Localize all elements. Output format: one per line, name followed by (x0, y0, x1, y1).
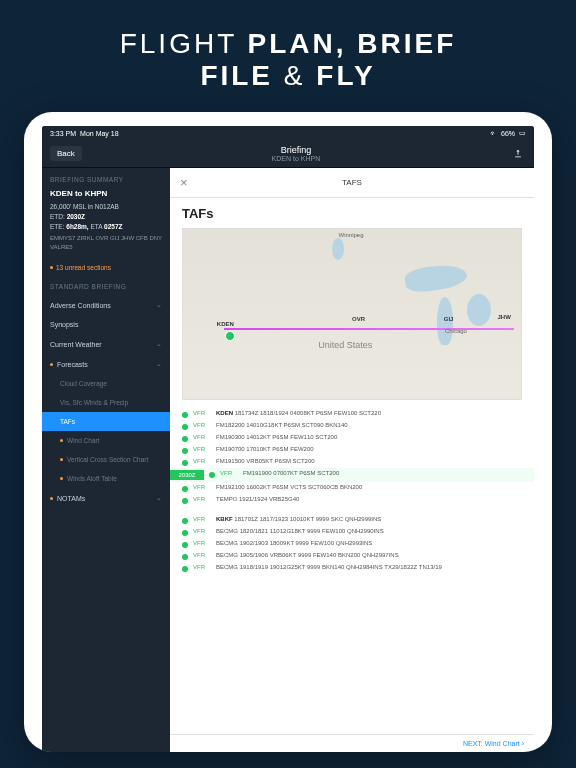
briefing-summary: KDEN to KHPN 26,000' MSL in N012AB ETD: … (42, 188, 170, 260)
battery-icon: ▭ (519, 129, 526, 137)
taf-status: VFR (193, 458, 211, 464)
status-date: Mon May 18 (80, 130, 119, 137)
taf-row[interactable]: VFRBECMG 1918/1919 19012G25KT 9999 BKN14… (182, 562, 522, 574)
status-dot (182, 498, 188, 504)
chevron-down-icon: ⌄ (156, 360, 162, 368)
taf-row[interactable]: VFRFM191500 VRB05KT P6SM SCT200 (182, 456, 522, 468)
taf-text: BECMG 1918/1919 19012G25KT 9999 BKN140 Q… (216, 564, 442, 572)
taf-status: VFR (193, 496, 211, 502)
waypoint-jhw[interactable]: JHW (498, 314, 511, 320)
nav-title: Briefing KDEN to KHPN (82, 145, 510, 162)
taf-row[interactable]: VFRFM182200 14010G18KT P6SM SCT090 BKN14… (182, 420, 522, 432)
taf-text: FM190300 14012KT P6SM FEW110 SCT200 (216, 434, 337, 442)
sidebar-item-synopsis[interactable]: Synopsis (42, 315, 170, 334)
status-dot (182, 542, 188, 548)
waypoint-ovr[interactable]: OVR (352, 316, 365, 322)
status-dot (182, 424, 188, 430)
status-bar: 3:33 PM Mon May 18 ᯤ 66% ▭ (42, 126, 534, 140)
taf-row[interactable]: VFRKDEN 181734Z 1818/1924 04008KT P6SM F… (182, 408, 522, 420)
taf-status: VFR (220, 470, 238, 476)
screen: 3:33 PM Mon May 18 ᯤ 66% ▭ Back Briefing… (42, 126, 534, 752)
status-dot (182, 530, 188, 536)
taf-row[interactable]: VFRFM192100 16002KT P6SM VCTS SCT060CB B… (182, 482, 522, 494)
hero-headline: FLIGHT PLAN, BRIEF FILE & FLY (0, 0, 576, 112)
waypoint-kden[interactable]: KDEN (217, 321, 234, 327)
ipad-frame: 3:33 PM Mon May 18 ᯤ 66% ▭ Back Briefing… (24, 112, 552, 752)
taf-text: FM191500 VRB05KT P6SM SCT200 (216, 458, 315, 466)
chevron-down-icon: ⌄ (156, 301, 162, 309)
taf-status: VFR (193, 446, 211, 452)
status-dot (182, 412, 188, 418)
taf-text: BECMG 1820/1821 11012G18KT 9999 FEW100 Q… (216, 528, 384, 536)
close-button[interactable]: × (180, 175, 188, 190)
status-dot (182, 554, 188, 560)
wifi-icon: ᯤ (490, 130, 497, 137)
nav-bar: Back Briefing KDEN to KHPN (42, 140, 534, 168)
taf-row[interactable]: VFRBECMG 1820/1821 11012G18KT 9999 FEW10… (182, 526, 522, 538)
taf-status: VFR (193, 552, 211, 558)
taf-status: VFR (193, 422, 211, 428)
taf-status: VFR (193, 540, 211, 546)
status-dot (182, 486, 188, 492)
taf-text: FM192100 16002KT P6SM VCTS SCT060CB BKN2… (216, 484, 362, 492)
sidebar-item-tafs[interactable]: TAFs (42, 412, 170, 431)
sidebar-item-wind-chart[interactable]: Wind Chart (42, 431, 170, 450)
taf-row[interactable]: VFRTEMPO 1921/1924 VRB25G40 (182, 494, 522, 506)
taf-text: KBKF 181701Z 1817/1923 10010KT 9999 SKC … (216, 516, 381, 524)
taf-status: VFR (193, 528, 211, 534)
taf-status: VFR (193, 434, 211, 440)
taf-row[interactable]: VFRFM190300 14012KT P6SM FEW110 SCT200 (182, 432, 522, 444)
taf-row[interactable]: 2030ZVFRFM191900 07007KT P6SM SCT200 (170, 468, 534, 482)
sidebar-item-adverse-conditions[interactable]: Adverse Conditions⌄ (42, 295, 170, 315)
taf-row[interactable]: VFRKBKF 181701Z 1817/1923 10010KT 9999 S… (182, 514, 522, 526)
chevron-down-icon: ⌄ (156, 340, 162, 348)
route-line (224, 328, 515, 330)
back-button[interactable]: Back (50, 146, 82, 161)
sidebar-item-vis-sfc-winds-precip[interactable]: Vis, Sfc Winds & Precip (42, 393, 170, 412)
panel-content[interactable]: TAFs Winnipeg KDEN OVR GIJ JHW Chicago U… (170, 198, 534, 734)
taf-status: VFR (193, 564, 211, 570)
status-dot (182, 448, 188, 454)
summary-header: BRIEFING SUMMARY (42, 168, 170, 188)
standard-briefing-header: STANDARD BRIEFING (42, 275, 170, 295)
sidebar: BRIEFING SUMMARY KDEN to KHPN 26,000' MS… (42, 168, 170, 752)
panel-header: × TAFS (170, 168, 534, 198)
route-map[interactable]: Winnipeg KDEN OVR GIJ JHW Chicago United… (182, 228, 522, 400)
taf-row[interactable]: VFRBECMG 1905/1906 VRB06KT 9999 FEW140 B… (182, 550, 522, 562)
panel-title: TAFS (342, 178, 362, 187)
taf-text: FM182200 14010G18KT P6SM SCT090 BKN140 (216, 422, 348, 430)
taf-text: FM191900 07007KT P6SM SCT200 (243, 470, 339, 478)
unread-indicator[interactable]: 13 unread sections (42, 260, 170, 275)
taf-list: VFRKDEN 181734Z 1818/1924 04008KT P6SM F… (182, 408, 522, 574)
taf-text: BECMG 1902/1903 18009KT 9999 FEW100 QNH2… (216, 540, 372, 548)
sidebar-item-forecasts[interactable]: Forecasts⌄ (42, 354, 170, 374)
taf-time-badge: 2030Z (170, 470, 204, 480)
taf-text: BECMG 1905/1906 VRB06KT 9999 FEW140 BKN2… (216, 552, 399, 560)
sidebar-item-cloud-coverage[interactable]: Cloud Coverage (42, 374, 170, 393)
sidebar-item-vertical-cross-section-chart[interactable]: Vertical Cross Section Chart (42, 450, 170, 469)
status-dot (182, 518, 188, 524)
waypoint-gij[interactable]: GIJ (444, 316, 454, 322)
status-dot (182, 436, 188, 442)
taf-text: KDEN 181734Z 1818/1924 04008KT P6SM FEW1… (216, 410, 381, 418)
section-title: TAFs (182, 206, 522, 221)
status-dot (182, 460, 188, 466)
status-dot (209, 472, 215, 478)
taf-status: VFR (193, 484, 211, 490)
taf-status: VFR (193, 516, 211, 522)
main-panel: × TAFS TAFs Winnipeg KDEN OVR GIJ JHW Ch… (170, 168, 534, 752)
share-button[interactable] (510, 146, 526, 162)
taf-row[interactable]: VFRBECMG 1902/1903 18009KT 9999 FEW100 Q… (182, 538, 522, 550)
taf-text: FM190700 17010KT P6SM FEW200 (216, 446, 314, 454)
taf-row[interactable]: VFRFM190700 17010KT P6SM FEW200 (182, 444, 522, 456)
chevron-down-icon: ⌄ (156, 494, 162, 502)
status-dot (182, 566, 188, 572)
taf-status: VFR (193, 410, 211, 416)
next-button[interactable]: NEXT: Wind Chart (170, 734, 534, 752)
sidebar-item-current-weather[interactable]: Current Weather⌄ (42, 334, 170, 354)
taf-text: TEMPO 1921/1924 VRB25G40 (216, 496, 299, 504)
battery-percent: 66% (501, 130, 515, 137)
status-time: 3:33 PM (50, 130, 76, 137)
sidebar-item-winds-aloft-table[interactable]: Winds Aloft Table (42, 469, 170, 488)
sidebar-item-notams[interactable]: NOTAMs⌄ (42, 488, 170, 508)
